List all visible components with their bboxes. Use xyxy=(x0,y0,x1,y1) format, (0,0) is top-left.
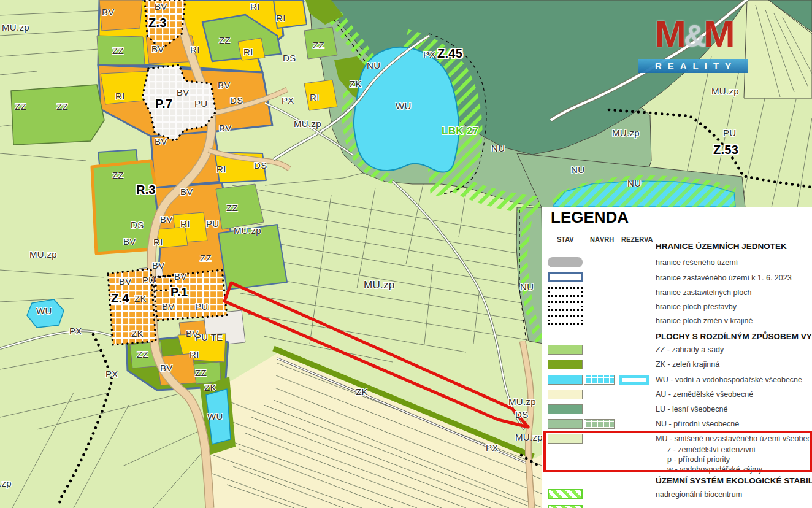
swatch-zk xyxy=(548,360,583,369)
map-label: DS xyxy=(515,409,528,420)
map-label: BV xyxy=(177,87,190,98)
legend-mu-highlight-box xyxy=(543,431,812,472)
map-label: DS xyxy=(131,220,144,230)
swatch-zastavene-uzemi xyxy=(548,272,583,282)
map-label: MU.zp xyxy=(364,279,395,291)
map-label: BV xyxy=(162,301,175,312)
map-label: WU xyxy=(396,101,412,111)
logo-ampersand: & xyxy=(684,19,703,53)
map-label: MU.zp xyxy=(612,128,640,138)
legend-heading-uses: ÚZEMNÍ SYSTÉM EKOLOGICKÉ STABILITY xyxy=(656,476,812,485)
map-label: ZZ xyxy=(195,368,207,378)
legend-label-lu: LU - lesní všeobecné xyxy=(656,405,727,414)
map-label: ZK xyxy=(131,328,144,339)
map-label: PU TE xyxy=(195,332,223,342)
map-label: PX xyxy=(486,442,499,453)
logo-reality-bar: REALITY xyxy=(638,59,748,73)
swatch-nadregionalni-biocentrum xyxy=(548,489,583,499)
map-label: MU.zp xyxy=(0,478,12,488)
map-label: BV xyxy=(155,136,167,147)
map-label: Z.3 xyxy=(148,16,167,30)
map-label: MU.zp xyxy=(711,86,739,96)
legend-label-b5: hranice ploch změn v krajině xyxy=(656,317,753,325)
map-label: WU xyxy=(207,411,223,421)
swatch-wu-rezerva xyxy=(619,375,649,385)
map-label: MU.zp xyxy=(294,118,321,129)
legend-col-stav: STAV xyxy=(557,236,574,243)
map-label: DS xyxy=(254,160,267,171)
map-label: ZZ xyxy=(226,202,238,213)
swatch-nu-navrh xyxy=(584,419,615,429)
map-label: BV xyxy=(152,260,165,271)
map-label: P.7 xyxy=(155,97,172,111)
map-label: DS xyxy=(230,95,243,106)
map-label: ZZ xyxy=(313,40,324,50)
map-label: RI xyxy=(310,92,320,102)
map-label: BV xyxy=(155,1,167,12)
map-label: BV xyxy=(218,80,231,90)
map-label: NU xyxy=(491,143,505,153)
legend-label-b3: hranice zastavitelných ploch xyxy=(656,288,751,297)
map-label: BV xyxy=(219,123,232,133)
swatch-plochy-prestavby xyxy=(548,301,583,311)
map-label: NU xyxy=(627,178,641,188)
map-label: RI xyxy=(276,13,286,23)
map-label: BV xyxy=(151,44,164,54)
map-label: PU xyxy=(723,128,736,138)
map-label: ZZ xyxy=(15,101,26,112)
legend-heading-plochy: PLOCHY S ROZDÍLNÝM ZPŮSOBEM VYUŽITÍ xyxy=(656,332,812,341)
swatch-zastavitelne-plochy xyxy=(548,287,583,297)
map-label: BV xyxy=(186,328,199,339)
map-label: NU xyxy=(367,60,380,71)
map-label: Z.4 xyxy=(111,291,129,306)
map-label: R.3 xyxy=(136,183,156,197)
swatch-nu-stav xyxy=(548,419,583,429)
map-label: NU xyxy=(571,164,584,175)
map-label: NU xyxy=(520,282,534,292)
map-label: BV xyxy=(160,363,173,373)
zoning-map-screenshot: MU.zpBVBVZ.3RIZZBVRIZZRIRIZZDSZZZZRIBVP.… xyxy=(0,0,812,508)
legend-col-rezerva: REZERVA xyxy=(621,236,653,243)
legend-label-wu: WU - vodní a vodohospodářské všeobecné xyxy=(656,375,802,384)
map-label: ZZ xyxy=(137,349,148,360)
map-label: RI xyxy=(153,237,163,247)
legend-label-au: AU - zemědělské všeobecné xyxy=(656,390,753,399)
map-label: RI xyxy=(180,218,190,229)
swatch-wu-stav xyxy=(548,375,583,385)
swatch-au xyxy=(548,390,583,399)
logo-mm-text: M&M xyxy=(637,15,751,53)
swatch-lu xyxy=(548,404,583,414)
map-label: RI xyxy=(250,1,260,12)
map-label: Z.53 xyxy=(713,143,738,157)
map-label: Z.45 xyxy=(437,47,462,61)
legend-col-navrh: NÁVRH xyxy=(590,236,614,243)
legend-heading-boundaries: HRANICE ÚZEMNÍCH JEDNOTEK xyxy=(656,242,787,251)
map-label: PU xyxy=(194,98,207,109)
swatch-resene-uzemi xyxy=(548,257,583,267)
map-label: BV xyxy=(160,214,173,225)
legend-label-b4: hranice ploch přestavby xyxy=(656,302,737,311)
map-label: MU.zp xyxy=(2,22,29,33)
map-label: LBK 27 xyxy=(442,125,478,137)
legend-label-b1: hranice řešeného území xyxy=(656,258,738,267)
map-label: RI xyxy=(115,91,125,101)
swatch-zmeny-v-krajine xyxy=(548,315,583,325)
map-label: RI xyxy=(190,44,200,55)
map-label: WU xyxy=(36,306,52,316)
map-label: BV xyxy=(119,276,132,287)
legend-label-b2: hranice zastavěného území k 1. 6. 2023 xyxy=(656,274,792,282)
map-label: PU xyxy=(142,275,155,285)
map-label: MU.zp xyxy=(234,225,261,236)
map-label: BV xyxy=(180,187,193,197)
swatch-wu-navrh xyxy=(584,375,615,385)
map-label: RI xyxy=(216,164,226,174)
map-label: ZK xyxy=(356,387,368,397)
map-label: ZK xyxy=(134,293,147,304)
map-label: BV xyxy=(174,271,187,282)
map-label: PU xyxy=(206,218,219,229)
legend-label-zk: ZK - zeleň krajinná xyxy=(656,360,719,369)
legend-label-u1: nadregionální biocentrum xyxy=(656,490,742,499)
map-label: ZZ xyxy=(112,45,124,56)
map-label: P.1 xyxy=(170,285,188,299)
map-label: PU xyxy=(195,301,208,312)
